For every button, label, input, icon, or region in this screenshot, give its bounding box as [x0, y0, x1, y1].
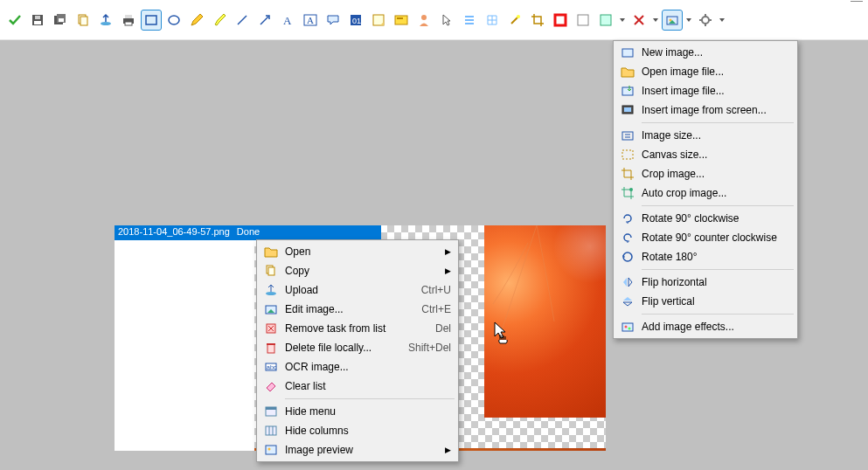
sticker-icon[interactable]	[369, 10, 388, 30]
arrow-icon[interactable]	[255, 10, 274, 30]
svg-rect-11	[125, 22, 132, 25]
printer-icon[interactable]	[119, 10, 138, 30]
menu-rotate-ccw[interactable]: Rotate 90° counter clockwise	[615, 228, 795, 247]
pointer-icon[interactable]	[437, 10, 456, 30]
pencil-icon[interactable]	[187, 10, 206, 30]
sticky-note-icon[interactable]	[596, 10, 615, 30]
svg-rect-30	[555, 15, 566, 25]
text-a-box-icon[interactable]: A	[301, 10, 320, 30]
insert-screen-icon	[619, 103, 636, 117]
crop-icon[interactable]	[528, 10, 547, 30]
submenu-arrow: ▶	[445, 247, 451, 256]
svg-rect-2	[35, 16, 40, 19]
loaded-image[interactable]	[484, 225, 606, 418]
menu-rotate-180[interactable]: Rotate 180°	[615, 247, 795, 266]
menu-open-image[interactable]: Open image file...	[615, 62, 795, 81]
menu-open[interactable]: Open ▶	[259, 242, 456, 261]
menu-clear-list[interactable]: Clear list	[259, 377, 456, 396]
svg-rect-31	[578, 15, 588, 25]
menu-remove-task[interactable]: Remove task from list Del	[259, 319, 456, 338]
sticky-note-dropdown[interactable]	[619, 17, 626, 23]
gear-icon[interactable]	[696, 10, 715, 30]
menu-edit-image[interactable]: Edit image... Ctrl+E	[259, 300, 456, 319]
gear-dropdown[interactable]	[719, 17, 726, 23]
auto-crop-icon	[619, 186, 636, 200]
svg-rect-58	[266, 446, 276, 454]
check-icon[interactable]	[5, 10, 24, 30]
svg-point-44	[266, 292, 276, 295]
menu-upload[interactable]: Upload Ctrl+U	[259, 280, 456, 300]
crop-image-icon	[619, 167, 636, 181]
menu-flip-v[interactable]: Flip vertical	[615, 292, 795, 311]
tools-cross-icon[interactable]	[629, 10, 649, 30]
menu-insert-image-label: Insert image file...	[642, 85, 790, 97]
edit-image-icon	[262, 302, 280, 316]
image-menu-dropdown[interactable]	[685, 17, 692, 23]
menu-open-image-label: Open image file...	[642, 66, 790, 78]
svg-text:A: A	[283, 14, 292, 27]
menu-auto-crop[interactable]: Auto crop image...	[615, 183, 795, 203]
hide-menu-icon	[262, 404, 280, 418]
menu-image-effects[interactable]: Add image effects...	[615, 317, 795, 336]
menu-ocr-label: OCR image...	[285, 361, 451, 373]
menu-ocr[interactable]: abc OCR image...	[259, 357, 456, 377]
task-titlebar[interactable]: 2018-11-04_06-49-57.png Done	[115, 225, 381, 240]
image-menu-icon[interactable]	[663, 10, 682, 30]
menu-upload-label: Upload	[285, 284, 413, 296]
upload-icon[interactable]	[96, 10, 115, 30]
menu-insert-screen[interactable]: Insert image from screen...	[615, 100, 795, 120]
menu-flip-h-label: Flip horizontal	[642, 276, 790, 288]
svg-text:abc: abc	[267, 364, 277, 370]
canvas-size-icon	[619, 148, 636, 162]
svg-point-66	[629, 188, 633, 191]
menu-rotate-180-label: Rotate 180°	[642, 251, 790, 263]
bars-icon[interactable]	[460, 10, 479, 30]
effects-icon	[619, 320, 636, 334]
upload-icon	[262, 283, 280, 297]
floppy-icon[interactable]	[28, 10, 47, 30]
red-frame-icon[interactable]	[551, 10, 570, 30]
menu-copy[interactable]: Copy ▶	[259, 261, 456, 280]
flip-v-icon	[619, 294, 636, 308]
white-frame-icon[interactable]	[573, 10, 593, 30]
menu-insert-image[interactable]: Insert image file...	[615, 81, 795, 100]
wand-icon[interactable]	[505, 10, 524, 30]
menu-crop-image[interactable]: Crop image...	[615, 164, 795, 183]
step-number-icon[interactable]: 01	[346, 10, 365, 30]
menu-image-preview[interactable]: Image preview ▶	[259, 440, 456, 460]
speech-bubble-icon[interactable]	[323, 10, 343, 30]
menu-hide-columns[interactable]: Hide columns	[259, 421, 456, 440]
marker-icon[interactable]	[210, 10, 229, 30]
svg-rect-54	[266, 407, 276, 410]
floppy-multi-icon[interactable]	[51, 10, 70, 30]
menu-delete-file-label: Delete file locally...	[285, 342, 399, 354]
line-icon[interactable]	[233, 10, 252, 30]
svg-rect-10	[125, 15, 132, 18]
svg-rect-64	[622, 132, 633, 140]
menu-new-image[interactable]: New image...	[615, 43, 795, 62]
menu-image-size[interactable]: Image size...	[615, 126, 795, 145]
person-icon[interactable]	[414, 10, 434, 30]
menu-flip-h[interactable]: Flip horizontal	[615, 273, 795, 292]
copy-icon[interactable]	[73, 10, 93, 30]
svg-point-69	[628, 328, 631, 330]
menu-rotate-cw[interactable]: Rotate 90° clockwise	[615, 209, 795, 228]
svg-point-37	[702, 17, 709, 24]
menu-hide-menu[interactable]: Hide menu	[259, 402, 456, 421]
ellipse-select-icon[interactable]	[164, 10, 184, 30]
grid-icon[interactable]	[483, 10, 502, 30]
main-toolbar: A A 01	[0, 0, 868, 40]
svg-text:A: A	[307, 15, 314, 25]
svg-rect-63	[624, 107, 631, 112]
tools-cross-dropdown[interactable]	[652, 17, 659, 23]
menu-delete-file[interactable]: Delete file locally... Shift+Del	[259, 338, 456, 357]
menu-edit-image-shortcut: Ctrl+E	[421, 303, 451, 315]
svg-point-68	[625, 326, 628, 328]
svg-rect-67	[622, 323, 633, 331]
slide-icon[interactable]	[392, 10, 411, 30]
menu-canvas-size[interactable]: Canvas size...	[615, 145, 795, 164]
rectangle-select-icon[interactable]	[142, 10, 161, 30]
text-a-icon[interactable]: A	[278, 10, 297, 30]
flip-h-icon	[619, 275, 636, 289]
menu-clear-list-label: Clear list	[285, 380, 451, 392]
